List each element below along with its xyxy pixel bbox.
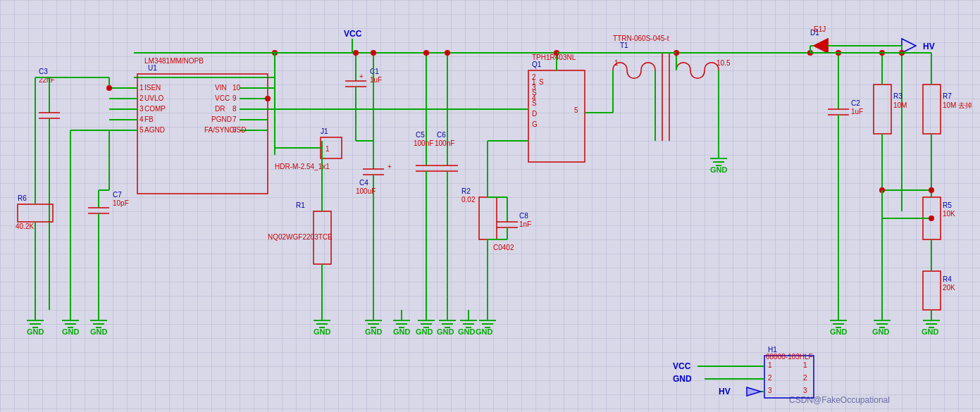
hv-h1-label: HV	[719, 387, 731, 397]
gnd-c6c: GND	[458, 327, 476, 336]
u1-pin6: 6	[232, 126, 237, 134]
c4-plus: +	[387, 163, 392, 170]
q1-pin3: 3	[532, 84, 536, 92]
c4-ref: C4	[359, 179, 368, 187]
c8-ref: C8	[519, 212, 528, 220]
c4-value: 100uF	[356, 187, 376, 195]
svg-rect-6	[137, 74, 268, 194]
q1-ref: Q1	[532, 61, 542, 68]
c5-ref: C5	[416, 131, 425, 139]
r4-value: 20K	[943, 284, 955, 292]
gnd-c5: GND	[393, 327, 411, 336]
svg-point-200	[929, 216, 934, 221]
schematic-canvas: VCC U1 LM3481MM/NOPB 1 ISEN 2 UVLO 3 COM…	[0, 0, 980, 412]
hv-label-top: HV	[923, 42, 935, 51]
r7-value: 10M 去掉	[943, 101, 972, 109]
gnd-r2: GND	[476, 327, 493, 336]
r2-ref: R2	[461, 187, 471, 195]
u1-pin4: 4	[139, 116, 144, 123]
d1-value: E1J	[814, 25, 826, 33]
u1-pin7: 7	[232, 116, 237, 123]
u1-dr-label: DR	[215, 105, 225, 113]
u1-vin-label: VIN	[215, 84, 227, 92]
gnd-c4: GND	[365, 327, 383, 336]
u1-vcc-label: VCC	[215, 94, 230, 102]
h1-inner1: 1	[768, 361, 772, 369]
r4-ref: R4	[943, 275, 952, 283]
q1-d: D	[532, 110, 537, 118]
u1-value: LM3481MM/NOPB	[144, 57, 204, 65]
svg-marker-126	[814, 39, 828, 53]
c3-ref: C3	[39, 68, 48, 75]
q1-pin-num: 2	[532, 73, 536, 81]
t1-pin1: 1	[614, 59, 619, 67]
c1-value: 1uF	[370, 76, 382, 84]
q1-pin4: 4	[532, 94, 536, 102]
r1-value: NQ02WGF2203TCE	[268, 233, 333, 241]
gnd-h1: GND	[673, 374, 692, 384]
svg-point-181	[353, 50, 359, 56]
u1-agnd-label: AGND	[144, 126, 165, 134]
h1-pin3-num: 3	[803, 387, 807, 394]
q1-g: G	[532, 120, 538, 128]
c5-value: 100nF	[414, 139, 433, 147]
c1-plus: +	[359, 73, 364, 80]
vcc-h1: VCC	[673, 361, 691, 371]
u1-pgnd-label: PGND	[211, 116, 232, 123]
u1-pin8: 8	[232, 105, 237, 113]
q1-d-pin5: 5	[574, 106, 578, 114]
svg-point-189	[106, 85, 112, 91]
q1-s1: S	[539, 78, 544, 86]
u1-fasync-label: FA/SYNC/SD	[204, 126, 246, 134]
svg-point-168	[929, 187, 934, 193]
h1-inner2: 2	[768, 374, 772, 382]
gnd-c2: GND	[830, 327, 848, 336]
svg-point-183	[423, 50, 429, 56]
gnd-r1: GND	[314, 327, 331, 336]
r1-ref: R1	[296, 201, 305, 209]
gnd-r6: GND	[27, 327, 44, 336]
r6-value: 40.2K	[15, 223, 34, 230]
gnd-agnd: GND	[62, 327, 80, 336]
gnd-r3: GND	[872, 327, 890, 336]
r2-value: 0.02	[461, 196, 476, 204]
u1-ref: U1	[148, 64, 157, 72]
c7-ref: C7	[113, 191, 122, 199]
vcc-label: VCC	[344, 29, 362, 39]
svg-marker-130	[902, 39, 916, 53]
svg-rect-146	[874, 85, 891, 134]
u1-fb-label: FB	[144, 116, 154, 123]
c2-ref: C2	[851, 99, 860, 107]
u1-pin2: 2	[139, 94, 144, 102]
c8-value: 1nF	[519, 220, 531, 228]
j1-pin: 1	[325, 145, 330, 153]
h1-inner3: 3	[768, 387, 772, 394]
svg-rect-149	[923, 85, 941, 134]
svg-point-190	[265, 96, 271, 101]
j1-ref: J1	[321, 127, 328, 135]
c8-package: C0402	[493, 244, 514, 251]
c6-value: 100nF	[435, 139, 454, 147]
h1-value: 68000-103HLF	[766, 353, 813, 361]
q1-value: TPH1R403NL	[532, 54, 576, 61]
svg-point-184	[445, 50, 450, 56]
gnd-c7: GND	[90, 327, 108, 336]
svg-rect-48	[321, 137, 342, 158]
gnd-t1: GND	[710, 166, 728, 174]
u1-pin9: 9	[232, 94, 237, 102]
u1-pin3: 3	[139, 105, 144, 113]
c1-ref: C1	[370, 68, 379, 75]
u1-uvlo-label: UVLO	[144, 94, 163, 102]
r5-ref: R5	[943, 201, 952, 209]
t1-pin5: 10.5	[717, 59, 731, 67]
h1-pin2-num: 2	[803, 374, 807, 382]
svg-rect-23	[18, 204, 53, 222]
r7-ref: R7	[943, 92, 952, 100]
u1-isen-label: ISEN	[144, 84, 161, 92]
t1-ref: T1	[620, 42, 628, 49]
r3-value: 10M	[893, 101, 907, 109]
u1-pin10: 10	[232, 84, 241, 92]
u1-pin1-label: 1	[139, 84, 144, 92]
r5-value: 10K	[943, 210, 955, 218]
r3-ref: R3	[893, 92, 903, 100]
